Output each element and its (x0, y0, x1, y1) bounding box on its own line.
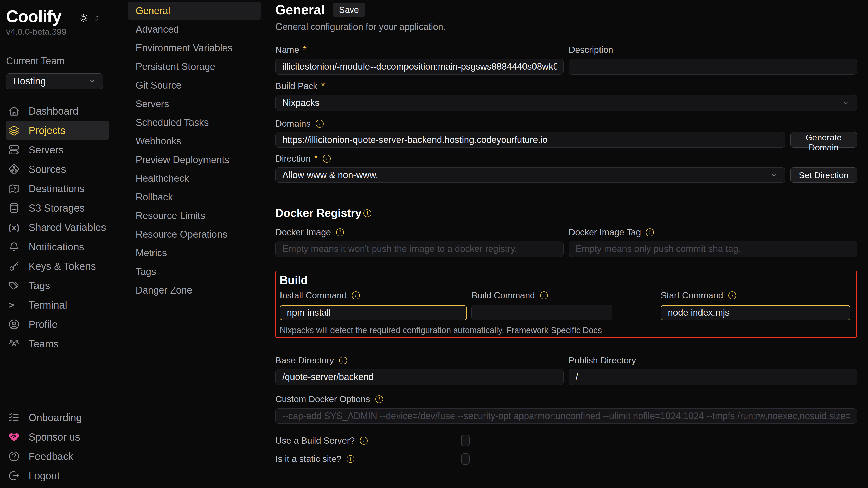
logout-icon (8, 470, 20, 482)
submenu-item-preview-deployments[interactable]: Preview Deployments (128, 151, 260, 169)
app-title: Coolify (6, 8, 61, 25)
submenu-item-persistent-storage[interactable]: Persistent Storage (128, 57, 260, 76)
submenu-item-general[interactable]: General (128, 2, 260, 20)
database-icon (8, 202, 20, 214)
framework-docs-link[interactable]: Framework Specific Docs (506, 325, 602, 335)
submenu-item-healthcheck[interactable]: Healthcheck (128, 169, 260, 188)
chevron-down-icon (770, 171, 778, 179)
sidebar-item-onboarding[interactable]: Onboarding (6, 408, 107, 427)
generate-domain-button[interactable]: Generate Domain (790, 132, 857, 147)
submenu-item-tags[interactable]: Tags (128, 262, 260, 281)
checklist-icon (8, 412, 20, 424)
submenu-item-resource-limits[interactable]: Resource Limits (128, 206, 260, 225)
main-content: General Save General configuration for y… (275, 0, 857, 488)
sidebar-item-keys-tokens[interactable]: Keys & Tokens (6, 257, 109, 276)
submenu-item-scheduled-tasks[interactable]: Scheduled Tasks (128, 113, 260, 132)
sidebar-item-teams[interactable]: Teams (6, 334, 109, 353)
git-source-icon (8, 163, 20, 175)
domains-input[interactable] (275, 132, 785, 147)
submenu-item-servers[interactable]: Servers (128, 95, 260, 113)
info-icon[interactable]: i (375, 395, 383, 403)
use-build-server-checkbox[interactable] (461, 435, 470, 446)
info-icon[interactable]: i (323, 155, 331, 163)
app-version: v4.0.0-beta.399 (6, 27, 112, 37)
sidebar-item-dashboard[interactable]: Dashboard (6, 101, 109, 121)
build-command-input[interactable] (471, 305, 613, 320)
sidebar-item-projects[interactable]: Projects (6, 121, 109, 140)
theme-toggle-sun-icon[interactable] (79, 13, 89, 23)
docker-image-input[interactable] (275, 241, 563, 257)
layers-icon (8, 124, 20, 136)
sidebar-item-servers[interactable]: Servers (6, 140, 109, 160)
chevron-down-icon (88, 77, 96, 86)
sidebar-item-logout[interactable]: Logout (6, 466, 107, 485)
submenu-item-advanced[interactable]: Advanced (128, 20, 260, 39)
save-button[interactable]: Save (333, 3, 366, 17)
submenu-item-metrics[interactable]: Metrics (128, 244, 260, 262)
start-command-input[interactable] (661, 305, 850, 320)
bell-icon (8, 241, 20, 253)
sidebar-item-profile[interactable]: Profile (6, 315, 109, 334)
description-label: Description (569, 45, 857, 55)
install-command-input[interactable] (280, 305, 467, 320)
start-command-label: Start Commandi (661, 290, 850, 300)
required-asterisk: * (321, 81, 324, 91)
chevron-down-icon (841, 98, 850, 107)
sidebar-item-notifications[interactable]: Notifications (6, 237, 109, 257)
sidebar-item-feedback[interactable]: Feedback (6, 447, 107, 466)
submenu-item-rollback[interactable]: Rollback (128, 188, 260, 206)
is-static-site-checkbox[interactable] (461, 453, 470, 464)
terminal-icon: >_ (8, 299, 20, 311)
submenu-item-git-source[interactable]: Git Source (128, 76, 260, 95)
info-icon[interactable]: i (339, 356, 347, 365)
sidebar-item-terminal[interactable]: >_Terminal (6, 295, 109, 315)
direction-label: Direction*i (275, 153, 857, 164)
team-select[interactable]: Hosting (6, 73, 103, 89)
custom-docker-options-input[interactable] (275, 408, 857, 424)
info-icon[interactable]: i (336, 228, 344, 236)
submenu-item-resource-operations[interactable]: Resource Operations (128, 225, 260, 244)
info-icon[interactable]: i (646, 228, 654, 236)
is-static-site-row: Is it a static site?i (275, 453, 857, 464)
publish-directory-input[interactable] (569, 369, 857, 385)
sidebar-nav: Dashboard Projects Servers Sources Desti… (6, 101, 112, 353)
use-build-server-row: Use a Build Server?i (275, 435, 857, 446)
set-direction-button[interactable]: Set Direction (790, 167, 857, 183)
submenu-item-environment-variables[interactable]: Environment Variables (128, 39, 260, 57)
direction-value: Allow www & non-www. (282, 170, 378, 180)
sidebar-item-sponsor-us[interactable]: Sponsor us (6, 427, 107, 447)
name-input[interactable] (275, 59, 563, 75)
map-icon (8, 183, 20, 195)
build-pack-label: Build Pack* (275, 81, 857, 91)
docker-image-tag-input[interactable] (569, 241, 857, 257)
submenu-item-danger-zone[interactable]: Danger Zone (128, 281, 260, 299)
info-icon[interactable]: i (316, 120, 323, 127)
chevrons-up-down-icon[interactable] (93, 14, 101, 22)
info-icon[interactable]: i (540, 291, 548, 299)
info-icon[interactable]: i (363, 209, 371, 217)
app-root: Coolify v4.0.0-beta.399 Current Team Hos… (0, 0, 868, 488)
sidebar-item-shared-variables[interactable]: (x)Shared Variables (6, 218, 109, 237)
info-icon[interactable]: i (728, 291, 736, 299)
sidebar-item-destinations[interactable]: Destinations (6, 179, 109, 198)
required-asterisk: * (314, 153, 318, 164)
build-pack-select[interactable]: Nixpacks (275, 95, 857, 111)
user-circle-icon (8, 318, 20, 330)
info-icon[interactable]: i (360, 437, 368, 444)
direction-select[interactable]: Allow www & non-www. (275, 167, 785, 183)
submenu-item-webhooks[interactable]: Webhooks (128, 132, 260, 151)
help-circle-icon (8, 451, 20, 462)
servers-icon (8, 144, 20, 156)
description-input[interactable] (569, 59, 857, 75)
info-icon[interactable]: i (352, 291, 360, 299)
install-command-label: Install Commandi (280, 290, 467, 300)
sidebar-item-s3-storages[interactable]: S3 Storages (6, 198, 109, 218)
current-team-label: Current Team (6, 56, 112, 67)
sidebar-item-sources[interactable]: Sources (6, 160, 109, 179)
info-icon[interactable]: i (346, 455, 354, 463)
main-sidebar: Coolify v4.0.0-beta.399 Current Team Hos… (0, 0, 112, 488)
publish-directory-label: Publish Directory (569, 355, 857, 366)
is-static-site-label: Is it a static site?i (275, 454, 461, 464)
base-directory-input[interactable] (275, 369, 563, 385)
sidebar-item-tags[interactable]: Tags (6, 276, 109, 295)
